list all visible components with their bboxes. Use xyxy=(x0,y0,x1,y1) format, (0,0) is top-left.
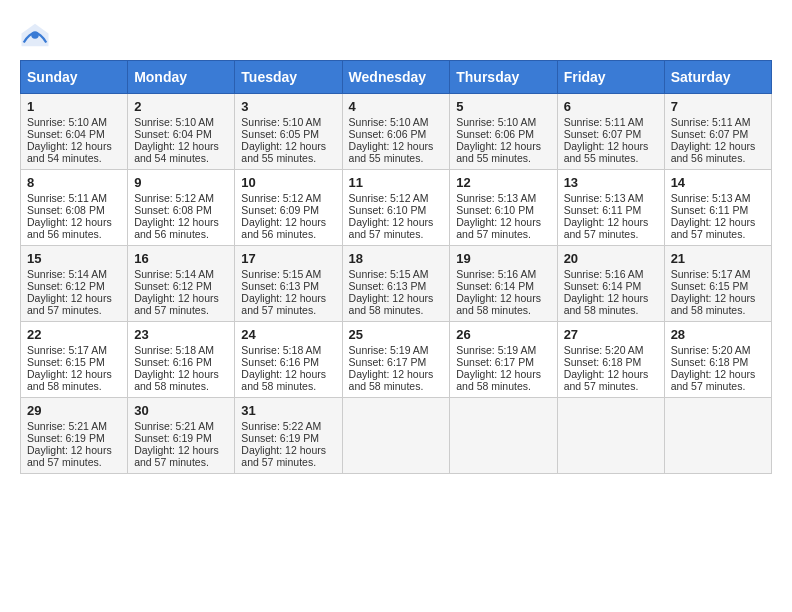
daylight-label: Daylight: 12 hours and 56 minutes. xyxy=(27,216,112,240)
calendar-cell xyxy=(557,398,664,474)
daylight-label: Daylight: 12 hours and 58 minutes. xyxy=(349,292,434,316)
day-number: 4 xyxy=(349,99,444,114)
sunset-label: Sunset: 6:04 PM xyxy=(27,128,105,140)
sunset-label: Sunset: 6:12 PM xyxy=(134,280,212,292)
sunrise-label: Sunrise: 5:10 AM xyxy=(27,116,107,128)
day-number: 25 xyxy=(349,327,444,342)
sunrise-label: Sunrise: 5:10 AM xyxy=(134,116,214,128)
daylight-label: Daylight: 12 hours and 55 minutes. xyxy=(241,140,326,164)
sunset-label: Sunset: 6:17 PM xyxy=(349,356,427,368)
sunset-label: Sunset: 6:07 PM xyxy=(671,128,749,140)
calendar-cell: 2Sunrise: 5:10 AMSunset: 6:04 PMDaylight… xyxy=(128,94,235,170)
day-number: 11 xyxy=(349,175,444,190)
day-number: 1 xyxy=(27,99,121,114)
daylight-label: Daylight: 12 hours and 57 minutes. xyxy=(564,216,649,240)
sunset-label: Sunset: 6:13 PM xyxy=(349,280,427,292)
sunrise-label: Sunrise: 5:19 AM xyxy=(456,344,536,356)
day-number: 12 xyxy=(456,175,550,190)
calendar-table: SundayMondayTuesdayWednesdayThursdayFrid… xyxy=(20,60,772,474)
daylight-label: Daylight: 12 hours and 56 minutes. xyxy=(241,216,326,240)
calendar-cell: 27Sunrise: 5:20 AMSunset: 6:18 PMDayligh… xyxy=(557,322,664,398)
calendar-cell: 12Sunrise: 5:13 AMSunset: 6:10 PMDayligh… xyxy=(450,170,557,246)
day-number: 7 xyxy=(671,99,765,114)
sunset-label: Sunset: 6:09 PM xyxy=(241,204,319,216)
day-number: 23 xyxy=(134,327,228,342)
calendar-cell: 18Sunrise: 5:15 AMSunset: 6:13 PMDayligh… xyxy=(342,246,450,322)
daylight-label: Daylight: 12 hours and 58 minutes. xyxy=(456,368,541,392)
sunrise-label: Sunrise: 5:17 AM xyxy=(671,268,751,280)
daylight-label: Daylight: 12 hours and 58 minutes. xyxy=(27,368,112,392)
day-number: 21 xyxy=(671,251,765,266)
day-number: 24 xyxy=(241,327,335,342)
day-number: 18 xyxy=(349,251,444,266)
day-number: 16 xyxy=(134,251,228,266)
daylight-label: Daylight: 12 hours and 55 minutes. xyxy=(456,140,541,164)
sunrise-label: Sunrise: 5:18 AM xyxy=(134,344,214,356)
header-cell-monday: Monday xyxy=(128,61,235,94)
sunset-label: Sunset: 6:16 PM xyxy=(134,356,212,368)
daylight-label: Daylight: 12 hours and 58 minutes. xyxy=(134,368,219,392)
sunset-label: Sunset: 6:05 PM xyxy=(241,128,319,140)
calendar-cell: 25Sunrise: 5:19 AMSunset: 6:17 PMDayligh… xyxy=(342,322,450,398)
daylight-label: Daylight: 12 hours and 57 minutes. xyxy=(564,368,649,392)
daylight-label: Daylight: 12 hours and 57 minutes. xyxy=(134,444,219,468)
sunset-label: Sunset: 6:08 PM xyxy=(134,204,212,216)
header-cell-wednesday: Wednesday xyxy=(342,61,450,94)
daylight-label: Daylight: 12 hours and 57 minutes. xyxy=(241,444,326,468)
day-number: 22 xyxy=(27,327,121,342)
day-number: 9 xyxy=(134,175,228,190)
calendar-cell: 29Sunrise: 5:21 AMSunset: 6:19 PMDayligh… xyxy=(21,398,128,474)
calendar-cell: 15Sunrise: 5:14 AMSunset: 6:12 PMDayligh… xyxy=(21,246,128,322)
day-number: 20 xyxy=(564,251,658,266)
sunset-label: Sunset: 6:14 PM xyxy=(564,280,642,292)
sunrise-label: Sunrise: 5:15 AM xyxy=(241,268,321,280)
calendar-cell: 13Sunrise: 5:13 AMSunset: 6:11 PMDayligh… xyxy=(557,170,664,246)
sunrise-label: Sunrise: 5:10 AM xyxy=(456,116,536,128)
sunrise-label: Sunrise: 5:20 AM xyxy=(671,344,751,356)
day-number: 29 xyxy=(27,403,121,418)
calendar-cell xyxy=(450,398,557,474)
sunrise-label: Sunrise: 5:16 AM xyxy=(456,268,536,280)
daylight-label: Daylight: 12 hours and 56 minutes. xyxy=(671,140,756,164)
sunset-label: Sunset: 6:17 PM xyxy=(456,356,534,368)
daylight-label: Daylight: 12 hours and 58 minutes. xyxy=(349,368,434,392)
sunset-label: Sunset: 6:06 PM xyxy=(349,128,427,140)
daylight-label: Daylight: 12 hours and 57 minutes. xyxy=(456,216,541,240)
calendar-week-4: 22Sunrise: 5:17 AMSunset: 6:15 PMDayligh… xyxy=(21,322,772,398)
sunrise-label: Sunrise: 5:19 AM xyxy=(349,344,429,356)
calendar-cell xyxy=(342,398,450,474)
sunrise-label: Sunrise: 5:22 AM xyxy=(241,420,321,432)
header-cell-tuesday: Tuesday xyxy=(235,61,342,94)
sunset-label: Sunset: 6:15 PM xyxy=(671,280,749,292)
day-number: 30 xyxy=(134,403,228,418)
daylight-label: Daylight: 12 hours and 57 minutes. xyxy=(27,444,112,468)
calendar-cell: 24Sunrise: 5:18 AMSunset: 6:16 PMDayligh… xyxy=(235,322,342,398)
sunrise-label: Sunrise: 5:14 AM xyxy=(27,268,107,280)
day-number: 15 xyxy=(27,251,121,266)
day-number: 19 xyxy=(456,251,550,266)
sunset-label: Sunset: 6:14 PM xyxy=(456,280,534,292)
sunrise-label: Sunrise: 5:21 AM xyxy=(134,420,214,432)
calendar-cell: 16Sunrise: 5:14 AMSunset: 6:12 PMDayligh… xyxy=(128,246,235,322)
sunrise-label: Sunrise: 5:13 AM xyxy=(671,192,751,204)
sunset-label: Sunset: 6:04 PM xyxy=(134,128,212,140)
calendar-cell: 8Sunrise: 5:11 AMSunset: 6:08 PMDaylight… xyxy=(21,170,128,246)
daylight-label: Daylight: 12 hours and 57 minutes. xyxy=(27,292,112,316)
sunrise-label: Sunrise: 5:21 AM xyxy=(27,420,107,432)
calendar-cell: 9Sunrise: 5:12 AMSunset: 6:08 PMDaylight… xyxy=(128,170,235,246)
svg-point-2 xyxy=(31,31,39,39)
daylight-label: Daylight: 12 hours and 55 minutes. xyxy=(564,140,649,164)
daylight-label: Daylight: 12 hours and 57 minutes. xyxy=(671,368,756,392)
daylight-label: Daylight: 12 hours and 57 minutes. xyxy=(349,216,434,240)
daylight-label: Daylight: 12 hours and 58 minutes. xyxy=(241,368,326,392)
sunset-label: Sunset: 6:18 PM xyxy=(671,356,749,368)
day-number: 26 xyxy=(456,327,550,342)
day-number: 13 xyxy=(564,175,658,190)
calendar-cell: 7Sunrise: 5:11 AMSunset: 6:07 PMDaylight… xyxy=(664,94,771,170)
sunset-label: Sunset: 6:06 PM xyxy=(456,128,534,140)
logo xyxy=(20,20,54,50)
calendar-cell: 28Sunrise: 5:20 AMSunset: 6:18 PMDayligh… xyxy=(664,322,771,398)
header-cell-saturday: Saturday xyxy=(664,61,771,94)
calendar-cell: 31Sunrise: 5:22 AMSunset: 6:19 PMDayligh… xyxy=(235,398,342,474)
sunset-label: Sunset: 6:10 PM xyxy=(349,204,427,216)
